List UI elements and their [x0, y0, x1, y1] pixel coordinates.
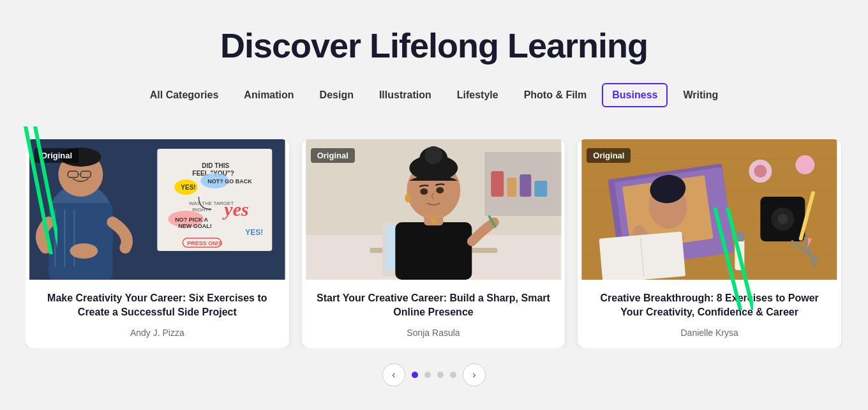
card-image-2: Original: [302, 139, 565, 280]
card-title-3: Creative Breakthrough: 8 Exercises to Po…: [590, 291, 828, 320]
header: Discover Lifelong Learning All Categorie…: [0, 0, 868, 126]
svg-point-50: [436, 187, 444, 194]
svg-point-65: [754, 165, 767, 178]
svg-text:NEW GOAL!: NEW GOAL!: [178, 223, 212, 229]
category-item-business[interactable]: Business: [602, 83, 668, 107]
svg-rect-39: [534, 181, 547, 197]
pagination: ‹ ›: [0, 348, 868, 399]
card-author-1: Andy J. Pizza: [38, 328, 276, 338]
card-author-2: Sonja Rasula: [315, 328, 553, 338]
svg-point-48: [424, 146, 442, 164]
svg-text:NO? PICK A: NO? PICK A: [175, 216, 208, 223]
svg-rect-36: [491, 171, 504, 197]
category-item-illustration[interactable]: Illustration: [369, 83, 442, 107]
svg-rect-73: [735, 238, 745, 270]
svg-text:NOT? GO BACK: NOT? GO BACK: [207, 178, 252, 185]
category-item-lifestyle[interactable]: Lifestyle: [447, 83, 509, 107]
pagination-next[interactable]: ›: [463, 363, 486, 386]
svg-text:yes: yes: [222, 199, 248, 220]
svg-rect-28: [49, 203, 112, 280]
category-item-writing[interactable]: Writing: [673, 83, 728, 107]
svg-point-68: [778, 214, 788, 224]
card-body-1: Make Creativity Your Career: Six Exercis…: [26, 280, 289, 348]
svg-text:YES!: YES!: [181, 184, 195, 191]
page-title: Discover Lifelong Learning: [13, 26, 855, 65]
svg-point-51: [405, 194, 411, 202]
svg-text:RIGHT?: RIGHT?: [192, 207, 211, 213]
svg-text:YES!: YES!: [245, 228, 263, 237]
svg-point-75: [796, 155, 815, 174]
svg-rect-74: [735, 232, 745, 241]
svg-text:DID THIS: DID THIS: [202, 162, 229, 169]
course-card-3[interactable]: Original Creative Breakthrough: 8 Exerci…: [578, 139, 841, 348]
category-item-all[interactable]: All Categories: [140, 83, 229, 107]
card-body-3: Creative Breakthrough: 8 Exercises to Po…: [578, 280, 841, 348]
card-title-1: Make Creativity Your Career: Six Exercis…: [38, 291, 276, 320]
svg-text:PRESS ON!!!: PRESS ON!!!: [187, 240, 223, 247]
svg-point-49: [420, 188, 428, 195]
category-item-animation[interactable]: Animation: [234, 83, 304, 107]
card-image-1: DID THIS FEEL "YOU"? YES! NOT? GO BACK W…: [26, 139, 289, 280]
pagination-prev[interactable]: ‹: [382, 363, 405, 386]
category-nav: All CategoriesAnimationDesignIllustratio…: [13, 83, 855, 107]
svg-rect-38: [520, 174, 531, 197]
svg-rect-43: [395, 222, 472, 280]
original-badge-3: Original: [587, 148, 631, 163]
card-title-2: Start Your Creative Career: Build a Shar…: [315, 291, 553, 320]
svg-point-32: [70, 243, 98, 259]
original-badge-2: Original: [311, 148, 355, 163]
card-image-3: Original: [578, 139, 841, 280]
category-item-design[interactable]: Design: [310, 83, 364, 107]
page-wrapper: Discover Lifelong Learning All Categorie…: [0, 0, 868, 399]
pagination-dot-1[interactable]: [412, 372, 418, 378]
category-item-photo-film[interactable]: Photo & Film: [514, 83, 597, 107]
svg-point-53: [431, 218, 436, 224]
card-body-2: Start Your Creative Career: Build a Shar…: [302, 280, 565, 348]
course-card-1[interactable]: DID THIS FEEL "YOU"? YES! NOT? GO BACK W…: [26, 139, 289, 348]
course-card-2[interactable]: Original Start Your Creative Career: Bui…: [302, 139, 565, 348]
pagination-dot-3[interactable]: [437, 372, 444, 378]
svg-rect-37: [507, 178, 516, 197]
cards-section: DID THIS FEEL "YOU"? YES! NOT? GO BACK W…: [0, 126, 868, 348]
card-author-3: Danielle Krysa: [590, 328, 828, 338]
original-badge-1: Original: [34, 148, 79, 163]
cards-container: DID THIS FEEL "YOU"? YES! NOT? GO BACK W…: [26, 139, 842, 348]
pagination-dot-4[interactable]: [450, 372, 456, 378]
pagination-dot-2[interactable]: [424, 372, 431, 378]
